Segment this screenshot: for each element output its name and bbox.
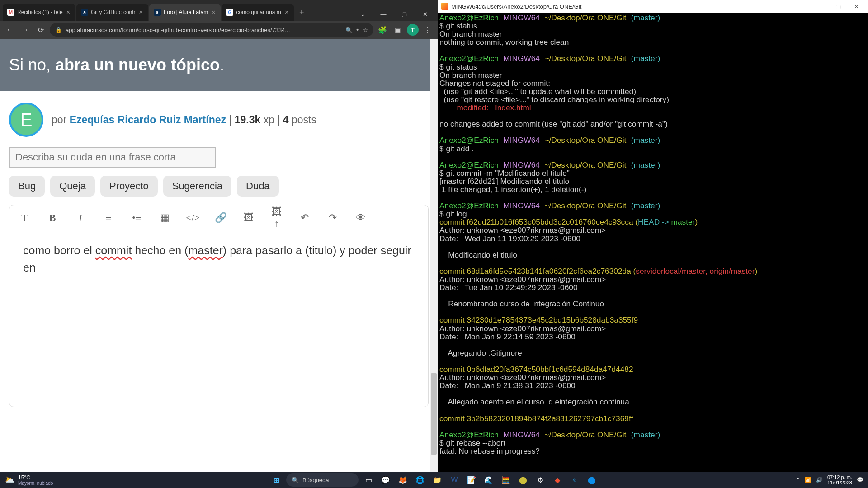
xp-number: 19.3k bbox=[235, 114, 261, 126]
sidepanel-icon[interactable]: ▣ bbox=[392, 23, 404, 36]
time-text: 07:12 p. m. bbox=[827, 474, 852, 480]
notifications-icon[interactable]: 💬 bbox=[857, 477, 863, 483]
task-view-icon[interactable]: ▭ bbox=[361, 473, 376, 487]
editor-body[interactable]: como borro el commit hecho en (master) p… bbox=[9, 230, 428, 407]
taskbar-center: ⊞ 🔍Búsqueda ▭ 💬 🦊 🌐 📁 W 📝 🌊 🧮 ⬤ ⚙ ◆ ⟐ ⬤ bbox=[269, 473, 599, 487]
edge-icon[interactable]: 🌊 bbox=[481, 473, 496, 487]
tag-queja[interactable]: Queja bbox=[50, 176, 95, 197]
font-button[interactable]: T bbox=[18, 212, 31, 224]
forward-button[interactable]: → bbox=[19, 23, 32, 36]
minimize-icon[interactable]: ― bbox=[812, 3, 828, 10]
explorer-icon[interactable]: 📁 bbox=[430, 473, 444, 487]
chrome-icon[interactable]: 🌐 bbox=[413, 473, 427, 487]
terminal-body[interactable]: Anexo2@EzRich MINGW64 ~/Desktop/Ora ONE/… bbox=[438, 13, 868, 472]
banner-bold: abra un nuevo tópico bbox=[55, 56, 220, 74]
author-link[interactable]: Ezequías Ricardo Ruiz Martínez bbox=[70, 114, 226, 126]
close-icon[interactable]: × bbox=[138, 9, 144, 16]
new-tab-button[interactable]: + bbox=[295, 4, 309, 21]
author-row: E por Ezequías Ricardo Ruiz Martínez | 1… bbox=[9, 103, 429, 137]
url-field[interactable]: 🔒 app.aluracursos.com/forum/curso-git-gi… bbox=[50, 23, 373, 37]
chevron-down-icon[interactable]: ⌄ bbox=[353, 7, 373, 21]
body-text: como borro el bbox=[23, 244, 95, 257]
reload-button[interactable]: ⟳ bbox=[34, 23, 47, 36]
code-button[interactable]: </> bbox=[186, 212, 199, 224]
git-bash-icon[interactable]: ◆ bbox=[550, 473, 565, 487]
weather-widget[interactable]: ⛅ 15°C Mayorm. nublado bbox=[0, 474, 57, 486]
close-icon[interactable]: × bbox=[66, 9, 71, 16]
chrome-canary-icon[interactable]: ⬤ bbox=[516, 473, 530, 487]
chat-icon[interactable]: 💬 bbox=[378, 473, 393, 487]
git-bash-window: MINGW64:/c/Users/Anexo2/Desktop/Ora ONE/… bbox=[438, 0, 868, 472]
by-label: por bbox=[52, 114, 70, 126]
tab-label: Git y GitHub: contr bbox=[91, 9, 136, 15]
tab-gmail[interactable]: MRecibidos (1) - tele× bbox=[3, 4, 75, 21]
tab-google[interactable]: Gcomo quitar una m× bbox=[222, 4, 294, 21]
table-button[interactable]: ▦ bbox=[158, 212, 171, 224]
minimize-icon[interactable]: ― bbox=[373, 7, 393, 21]
author-meta: por Ezequías Ricardo Ruiz Martínez | 19.… bbox=[52, 114, 316, 126]
editor: T B i ≡ •≡ ▦ </> 🔗 🖼 🖼↑ ↶ ↷ 👁 como borro… bbox=[9, 205, 429, 407]
topic-title-input[interactable] bbox=[9, 147, 216, 168]
lock-icon: 🔒 bbox=[55, 27, 62, 33]
zoom-icon[interactable]: 🔍 bbox=[345, 27, 353, 33]
search-icon: 🔍 bbox=[292, 477, 299, 483]
back-button[interactable]: ← bbox=[4, 23, 16, 36]
tag-sugerencia[interactable]: Sugerencia bbox=[163, 176, 231, 197]
clock[interactable]: 07:12 p. m. 11/01/2023 bbox=[827, 474, 852, 485]
image-button[interactable]: 🖼 bbox=[242, 212, 255, 224]
tab-alura-forum[interactable]: aForo | Alura Latam× bbox=[149, 4, 221, 21]
maximize-icon[interactable]: ▢ bbox=[830, 3, 846, 10]
unordered-list-button[interactable]: •≡ bbox=[130, 212, 143, 224]
link-button[interactable]: 🔗 bbox=[214, 212, 227, 224]
close-icon[interactable]: ✕ bbox=[415, 7, 435, 21]
spell-error: master bbox=[188, 244, 222, 257]
profile-button[interactable]: T bbox=[407, 24, 419, 36]
tag-proyecto[interactable]: Proyecto bbox=[100, 176, 158, 197]
translate-icon[interactable]: ⭑ bbox=[356, 26, 359, 33]
image-upload-button[interactable]: 🖼↑ bbox=[270, 206, 283, 230]
scrollbar[interactable] bbox=[430, 39, 438, 472]
gmail-icon: M bbox=[7, 9, 14, 16]
chevron-up-icon[interactable]: ⌃ bbox=[796, 477, 800, 483]
terminal-titlebar[interactable]: MINGW64:/c/Users/Anexo2/Desktop/Ora ONE/… bbox=[438, 0, 868, 13]
bold-button[interactable]: B bbox=[46, 212, 59, 224]
preview-button[interactable]: 👁 bbox=[354, 212, 368, 224]
terminal-title: MINGW64:/c/Users/Anexo2/Desktop/Ora ONE/… bbox=[451, 3, 581, 10]
banner-pre: Si no, bbox=[9, 56, 55, 74]
mingw-icon bbox=[441, 3, 448, 10]
body-text: hecho en ( bbox=[132, 244, 188, 257]
undo-button[interactable]: ↶ bbox=[298, 212, 311, 224]
taskbar-search[interactable]: 🔍Búsqueda bbox=[286, 473, 359, 487]
scrollbar-thumb[interactable] bbox=[431, 373, 437, 455]
tag-duda[interactable]: Duda bbox=[237, 176, 279, 197]
notes-icon[interactable]: 📝 bbox=[464, 473, 479, 487]
settings-icon[interactable]: ⚙ bbox=[533, 473, 547, 487]
word-icon[interactable]: W bbox=[447, 473, 462, 487]
url-text: app.aluracursos.com/forum/curso-git-gith… bbox=[66, 27, 342, 33]
tab-label: Foro | Alura Latam bbox=[164, 9, 208, 15]
editor-toolbar: T B i ≡ •≡ ▦ </> 🔗 🖼 🖼↑ ↶ ↷ 👁 bbox=[9, 205, 428, 230]
banner-post: . bbox=[220, 56, 224, 74]
wifi-icon[interactable]: 📶 bbox=[805, 477, 811, 483]
firefox-icon[interactable]: 🦊 bbox=[396, 473, 410, 487]
italic-button[interactable]: i bbox=[74, 212, 87, 224]
close-icon[interactable]: ✕ bbox=[848, 3, 864, 10]
taskbar: ⛅ 15°C Mayorm. nublado ⊞ 🔍Búsqueda ▭ 💬 🦊… bbox=[0, 472, 868, 488]
menu-icon[interactable]: ⋮ bbox=[421, 23, 434, 36]
start-button[interactable]: ⊞ bbox=[269, 473, 283, 487]
tab-alura-course[interactable]: aGit y GitHub: contr× bbox=[76, 4, 148, 21]
close-icon[interactable]: × bbox=[284, 9, 289, 16]
calculator-icon[interactable]: 🧮 bbox=[499, 473, 513, 487]
volume-icon[interactable]: 🔊 bbox=[816, 477, 823, 483]
vscode-icon[interactable]: ⟐ bbox=[567, 473, 582, 487]
bookmark-icon[interactable]: ☆ bbox=[363, 27, 368, 33]
tag-bug[interactable]: Bug bbox=[9, 176, 45, 197]
teamviewer-icon[interactable]: ⬤ bbox=[585, 473, 599, 487]
ordered-list-button[interactable]: ≡ bbox=[102, 212, 115, 224]
maximize-icon[interactable]: ▢ bbox=[394, 7, 414, 21]
address-bar: ← → ⟳ 🔒 app.aluracursos.com/forum/curso-… bbox=[0, 21, 438, 39]
temperature: 15°C bbox=[18, 474, 53, 481]
extensions-icon[interactable]: 🧩 bbox=[376, 23, 389, 36]
close-icon[interactable]: × bbox=[211, 9, 216, 16]
redo-button[interactable]: ↷ bbox=[326, 212, 340, 224]
